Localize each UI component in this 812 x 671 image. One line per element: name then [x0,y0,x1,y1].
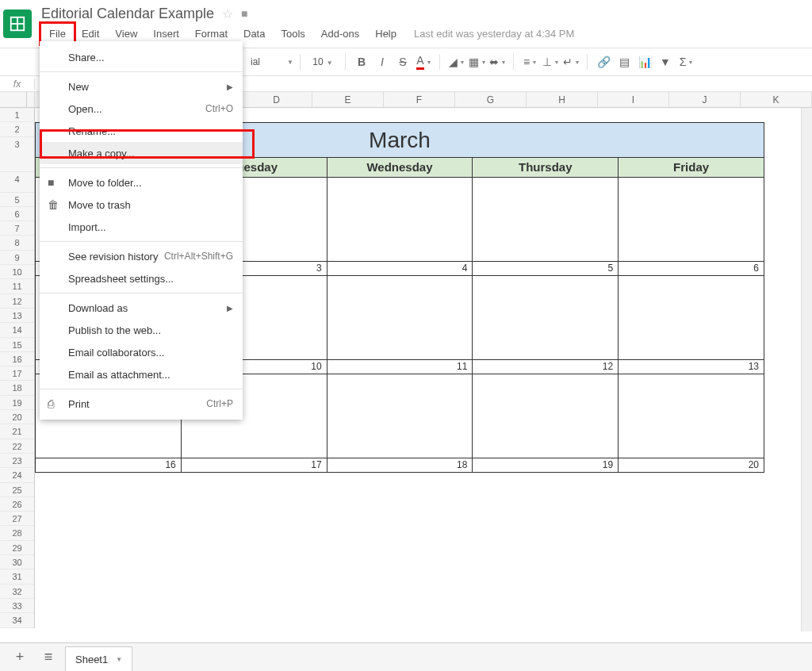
date-cell[interactable]: 18 [327,458,473,473]
menu-email-attach[interactable]: Email as attachment... [40,363,243,385]
menu-tools[interactable]: Tools [273,24,312,44]
strike-icon[interactable]: S [393,52,412,71]
folder-icon[interactable]: ■ [241,7,247,20]
row-head[interactable]: 29 [0,541,34,555]
menu-insert[interactable]: Insert [145,24,187,44]
row-head[interactable]: 26 [0,497,34,512]
row-head[interactable]: 23 [0,454,34,468]
row-head[interactable]: 21 [0,424,34,439]
italic-icon[interactable]: I [373,52,392,71]
row-head[interactable]: 10 [0,265,34,279]
cal-cell[interactable] [327,374,473,458]
menu-move-folder[interactable]: ■Move to folder... [40,171,243,194]
doc-title[interactable]: Editorial Calendar Example [41,6,214,22]
col-head-i[interactable]: I [598,92,669,107]
row-head[interactable]: 5 [0,193,34,207]
valign-icon[interactable]: ⊥▾ [541,52,560,71]
menu-edit[interactable]: Edit [74,24,107,44]
select-all-corner[interactable] [0,92,27,107]
row-head[interactable]: 25 [0,483,34,497]
row-head[interactable]: 9 [0,251,34,265]
row-head[interactable]: 33 [0,599,34,613]
merge-icon[interactable]: ⬌▾ [488,52,507,71]
row-head[interactable]: 12 [0,294,34,309]
cal-cell[interactable] [327,178,473,262]
date-cell[interactable]: 5 [472,262,618,276]
menu-make-copy[interactable]: Make a copy... [40,142,243,164]
col-head-h[interactable]: H [527,92,598,107]
row-head[interactable]: 17 [0,366,34,381]
menu-new[interactable]: New▶ [40,75,243,98]
row-head[interactable]: 3 [0,137,34,172]
row-head[interactable]: 18 [0,381,34,395]
row-head[interactable]: 32 [0,585,34,599]
date-cell[interactable]: 11 [327,360,473,374]
date-cell[interactable]: 16 [35,458,181,473]
row-head[interactable]: 1 [0,108,34,122]
bold-icon[interactable]: B [352,52,371,71]
date-cell[interactable]: 4 [327,262,473,276]
menu-help[interactable]: Help [367,24,404,44]
row-head[interactable]: 13 [0,309,34,323]
row-head[interactable]: 22 [0,439,34,454]
row-head[interactable]: 7 [0,221,34,236]
font-size[interactable]: 10▼ [307,56,339,67]
chart-icon[interactable]: 📊 [635,52,654,71]
menu-rename[interactable]: Rename... [40,120,243,142]
row-head[interactable]: 34 [0,613,34,627]
col-head-g[interactable]: G [455,92,527,107]
row-head[interactable]: 6 [0,207,34,221]
row-head[interactable]: 11 [0,279,34,293]
wrap-icon[interactable]: ↵▾ [561,52,580,71]
col-head-d[interactable]: D [241,92,312,107]
menu-share[interactable]: Share... [40,46,243,68]
cal-cell[interactable] [618,374,764,458]
all-sheets-icon[interactable]: ≡ [36,646,60,669]
comment-icon[interactable]: ▤ [615,52,634,71]
menu-import[interactable]: Import... [40,216,243,238]
menu-file[interactable]: File [41,24,74,44]
filter-icon[interactable]: ▼ [656,52,675,71]
star-icon[interactable]: ☆ [222,6,233,21]
add-sheet-icon[interactable]: + [8,646,32,669]
menu-addons[interactable]: Add-ons [313,24,367,44]
sheets-logo[interactable] [3,10,32,38]
date-cell[interactable]: 20 [618,458,764,473]
sheet-tab-1[interactable]: Sheet1▼ [65,646,132,672]
row-head[interactable]: 15 [0,338,34,352]
menu-revision[interactable]: See revision historyCtrl+Alt+Shift+G [40,245,243,267]
col-head-f[interactable]: F [384,92,455,107]
cal-cell[interactable] [327,276,473,360]
last-edit-text[interactable]: Last edit was yesterday at 4:34 PM [414,28,574,40]
menu-open[interactable]: Open...Ctrl+O [40,98,243,120]
cal-cell[interactable] [472,178,618,262]
cal-cell[interactable] [618,276,764,360]
cal-cell[interactable] [472,374,618,458]
cal-cell[interactable] [472,276,618,360]
link-icon[interactable]: 🔗 [594,52,613,71]
menu-settings[interactable]: Spreadsheet settings... [40,267,243,289]
menu-download[interactable]: Download as▶ [40,297,243,319]
row-head[interactable]: 31 [0,569,34,584]
row-head[interactable]: 4 [0,172,34,193]
menu-publish[interactable]: Publish to the web... [40,319,243,341]
date-cell[interactable]: 19 [472,458,618,473]
col-head-j[interactable]: J [669,92,741,107]
row-head[interactable]: 20 [0,410,34,424]
cal-cell[interactable] [618,178,764,262]
row-head[interactable]: 19 [0,396,34,410]
fill-color-icon[interactable]: ◢▾ [446,52,465,71]
menu-email-collab[interactable]: Email collaborators... [40,341,243,363]
col-head-a[interactable] [27,92,35,107]
row-head[interactable]: 28 [0,526,34,540]
col-head-e[interactable]: E [312,92,384,107]
row-head[interactable]: 14 [0,323,34,337]
menu-move-trash[interactable]: 🗑Move to trash [40,194,243,216]
date-cell[interactable]: 17 [181,458,327,473]
row-head[interactable]: 8 [0,236,34,250]
text-color-icon[interactable]: A▾ [414,52,433,71]
date-cell[interactable]: 6 [618,262,764,276]
col-head-k[interactable]: K [741,92,812,107]
functions-icon[interactable]: Σ▾ [676,52,695,71]
row-head[interactable]: 24 [0,468,34,482]
